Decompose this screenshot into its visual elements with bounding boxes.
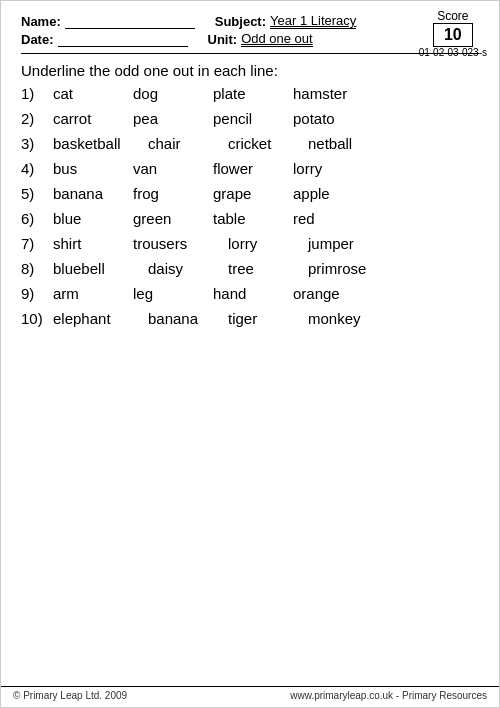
header-row-1: Name: Subject: Year 1 Literacy — [21, 13, 479, 29]
word: leg — [133, 285, 213, 302]
word: netball — [308, 135, 388, 152]
name-field[interactable] — [65, 13, 195, 29]
exercise-item: 4)busvanflowerlorry — [21, 160, 479, 177]
word: trousers — [133, 235, 228, 252]
footer-left: © Primary Leap Ltd. 2009 — [13, 690, 127, 701]
word: bluebell — [53, 260, 148, 277]
score-id: 01-02-03-023-s — [419, 47, 487, 58]
word: table — [213, 210, 293, 227]
word: cricket — [228, 135, 308, 152]
word: lorry — [228, 235, 308, 252]
score-label: Score — [419, 9, 487, 23]
header-section: Name: Subject: Year 1 Literacy Date: Uni… — [21, 13, 479, 47]
word: carrot — [53, 110, 133, 127]
exercise-item: 10)elephantbananatigermonkey — [21, 310, 479, 327]
page: Score 10 01-02-03-023-s Name: Subject: Y… — [0, 0, 500, 708]
word: banana — [148, 310, 228, 327]
instruction: Underline the odd one out in each line: — [21, 62, 479, 79]
word: chair — [148, 135, 228, 152]
word: basketball — [53, 135, 148, 152]
word: orange — [293, 285, 373, 302]
date-label: Date: — [21, 32, 54, 47]
footer: © Primary Leap Ltd. 2009 www.primaryleap… — [1, 686, 499, 701]
name-label: Name: — [21, 14, 61, 29]
word: flower — [213, 160, 293, 177]
exercise-item: 9)armleghandorange — [21, 285, 479, 302]
score-box: Score 10 01-02-03-023-s — [419, 9, 487, 58]
score-value: 10 — [433, 23, 473, 47]
exercise-item: 6)bluegreentablered — [21, 210, 479, 227]
word: shirt — [53, 235, 133, 252]
word: pea — [133, 110, 213, 127]
word: hand — [213, 285, 293, 302]
word: tiger — [228, 310, 308, 327]
divider — [21, 53, 479, 54]
word: dog — [133, 85, 213, 102]
word: red — [293, 210, 373, 227]
word: primrose — [308, 260, 403, 277]
word: jumper — [308, 235, 388, 252]
exercise-item: 5)bananafroggrapeapple — [21, 185, 479, 202]
word: hamster — [293, 85, 373, 102]
item-number: 3) — [21, 135, 53, 152]
exercise-item: 2)carrotpeapencilpotato — [21, 110, 479, 127]
item-number: 7) — [21, 235, 53, 252]
word: lorry — [293, 160, 373, 177]
item-number: 5) — [21, 185, 53, 202]
word: tree — [228, 260, 308, 277]
item-number: 1) — [21, 85, 53, 102]
footer-right: www.primaryleap.co.uk - Primary Resource… — [290, 690, 487, 701]
word: arm — [53, 285, 133, 302]
item-number: 9) — [21, 285, 53, 302]
exercise-item: 3)basketballchaircricketnetball — [21, 135, 479, 152]
word: daisy — [148, 260, 228, 277]
word: frog — [133, 185, 213, 202]
item-number: 10) — [21, 310, 53, 327]
header-row-2: Date: Unit: Odd one out — [21, 31, 479, 47]
item-number: 8) — [21, 260, 53, 277]
exercise-item: 8)bluebelldaisytreeprimrose — [21, 260, 479, 277]
subject-value: Year 1 Literacy — [270, 13, 356, 29]
word: apple — [293, 185, 373, 202]
exercise-item: 7)shirttrouserslorryjumper — [21, 235, 479, 252]
word: pencil — [213, 110, 293, 127]
subject-label: Subject: — [215, 14, 266, 29]
exercise-list: 1)catdogplatehamster2)carrotpeapencilpot… — [21, 85, 479, 327]
word: plate — [213, 85, 293, 102]
word: grape — [213, 185, 293, 202]
unit-value: Odd one out — [241, 31, 313, 47]
word: elephant — [53, 310, 148, 327]
word: cat — [53, 85, 133, 102]
word: bus — [53, 160, 133, 177]
word: potato — [293, 110, 373, 127]
word: green — [133, 210, 213, 227]
item-number: 2) — [21, 110, 53, 127]
word: van — [133, 160, 213, 177]
date-field[interactable] — [58, 31, 188, 47]
unit-label: Unit: — [208, 32, 238, 47]
item-number: 6) — [21, 210, 53, 227]
word: banana — [53, 185, 133, 202]
item-number: 4) — [21, 160, 53, 177]
exercise-item: 1)catdogplatehamster — [21, 85, 479, 102]
word: blue — [53, 210, 133, 227]
word: monkey — [308, 310, 388, 327]
